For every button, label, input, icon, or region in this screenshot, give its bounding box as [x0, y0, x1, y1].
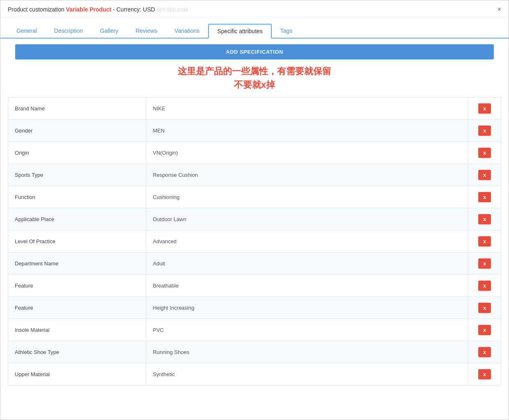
spec-value-cell: Adult: [146, 253, 468, 275]
spec-action-cell: x: [468, 275, 501, 297]
spec-key-cell: Function: [8, 186, 146, 208]
spec-value-cell: Cushioning: [146, 186, 468, 208]
title-middle: - Currency: USD: [113, 6, 155, 13]
spec-action-cell: x: [468, 142, 501, 164]
spec-value-cell: Advanced: [146, 231, 468, 253]
delete-spec-button[interactable]: x: [478, 303, 491, 313]
spec-value-cell: VN(Origin): [146, 142, 468, 164]
delete-spec-button[interactable]: x: [478, 214, 491, 224]
product-customization-window: Product customization Variable Product -…: [0, 0, 509, 420]
chinese-note-line2: 不要就x掉: [0, 78, 509, 91]
spec-value-cell: Response Cushion: [146, 164, 468, 186]
spec-action-cell: x: [468, 164, 501, 186]
spec-key-cell: Sports Type: [8, 164, 146, 186]
tab-description[interactable]: Description: [46, 24, 92, 38]
spec-action-cell: x: [468, 297, 501, 319]
delete-spec-button[interactable]: x: [478, 347, 491, 357]
spec-value-cell: Running Shoes: [146, 341, 468, 363]
spec-value-cell: Breathable: [146, 275, 468, 297]
spec-table: Brand NameNIKExGenderMENxOriginVN(Origin…: [8, 97, 501, 386]
table-row: Brand NameNIKEx: [8, 98, 501, 120]
delete-spec-button[interactable]: x: [478, 126, 491, 136]
delete-spec-button[interactable]: x: [478, 148, 491, 158]
chinese-note: 这里是产品的一些属性，有需要就保留 不要就x掉: [0, 59, 509, 93]
tab-reviews[interactable]: Reviews: [127, 24, 166, 38]
spec-key-cell: Level Of Practice: [8, 231, 146, 253]
table-row: Insole MaterialPVCx: [8, 319, 501, 341]
spec-key-cell: Athletic Shoe Type: [8, 341, 146, 363]
table-row: Level Of PracticeAdvancedx: [8, 231, 501, 253]
delete-spec-button[interactable]: x: [478, 170, 491, 180]
spec-key-cell: Origin: [8, 142, 146, 164]
title-prefix: Product customization: [8, 6, 64, 13]
table-row: GenderMENx: [8, 120, 501, 142]
spec-key-cell: Department Name: [8, 253, 146, 275]
spec-key-cell: Feature: [8, 297, 146, 319]
tabs-container: General Description Gallery Reviews Vari…: [0, 17, 509, 38]
table-row: FunctionCushioningx: [8, 186, 501, 208]
delete-spec-button[interactable]: x: [478, 103, 491, 114]
table-row: Upper MaterialSyntheticx: [8, 363, 501, 386]
spec-action-cell: x: [468, 363, 501, 386]
delete-spec-button[interactable]: x: [478, 325, 491, 335]
table-row: Athletic Shoe TypeRunning Shoesx: [8, 341, 501, 363]
spec-key-cell: Brand Name: [8, 98, 146, 120]
spec-action-cell: x: [468, 253, 501, 275]
spec-value-cell: Height Increasing: [146, 297, 468, 319]
tab-gallery[interactable]: Gallery: [92, 24, 127, 38]
spec-value-cell: PVC: [146, 319, 468, 341]
spec-key-cell: Upper Material: [8, 363, 146, 386]
table-row: Sports TypeResponse Cushionx: [8, 164, 501, 186]
add-specification-button[interactable]: ADD SPECIFICATION: [15, 44, 494, 59]
chinese-note-line1: 这里是产品的一些属性，有需要就保留: [0, 64, 509, 78]
table-row: Applicable PlaceOutdoor Lawnx: [8, 208, 501, 231]
window-header: Product customization Variable Product -…: [0, 0, 509, 17]
tab-specific-attributes[interactable]: Specific attributes: [208, 24, 272, 39]
spec-action-cell: x: [468, 341, 501, 363]
close-button[interactable]: ×: [498, 6, 501, 13]
tab-variations[interactable]: Variations: [166, 24, 208, 38]
spec-action-cell: x: [468, 120, 501, 142]
spec-action-cell: x: [468, 208, 501, 231]
delete-spec-button[interactable]: x: [478, 236, 491, 247]
spec-action-cell: x: [468, 231, 501, 253]
spec-action-cell: x: [468, 319, 501, 341]
table-row: FeatureBreathablex: [8, 275, 501, 297]
table-row: FeatureHeight Increasingx: [8, 297, 501, 319]
spec-table-wrapper: Brand NameNIKExGenderMENxOriginVN(Origin…: [0, 97, 509, 393]
table-row: OriginVN(Origin)x: [8, 142, 501, 164]
tab-general[interactable]: General: [8, 24, 46, 38]
spec-action-cell: x: [468, 98, 501, 120]
spec-value-cell: MEN: [146, 120, 468, 142]
delete-spec-button[interactable]: x: [478, 281, 491, 291]
watermark: DOYSEO.COM: [157, 7, 188, 12]
spec-value-cell: Outdoor Lawn: [146, 208, 468, 231]
delete-spec-button[interactable]: x: [478, 369, 491, 379]
tab-tags[interactable]: Tags: [272, 24, 301, 38]
window-title: Product customization Variable Product -…: [8, 6, 188, 13]
spec-key-cell: Feature: [8, 275, 146, 297]
variable-product-label: Variable Product: [66, 6, 111, 13]
spec-key-cell: Gender: [8, 120, 146, 142]
spec-key-cell: Applicable Place: [8, 208, 146, 231]
delete-spec-button[interactable]: x: [478, 258, 491, 269]
spec-action-cell: x: [468, 186, 501, 208]
spec-value-cell: Synthetic: [146, 363, 468, 386]
spec-key-cell: Insole Material: [8, 319, 146, 341]
spec-value-cell: NIKE: [146, 98, 468, 120]
table-row: Department NameAdultx: [8, 253, 501, 275]
delete-spec-button[interactable]: x: [478, 192, 491, 202]
